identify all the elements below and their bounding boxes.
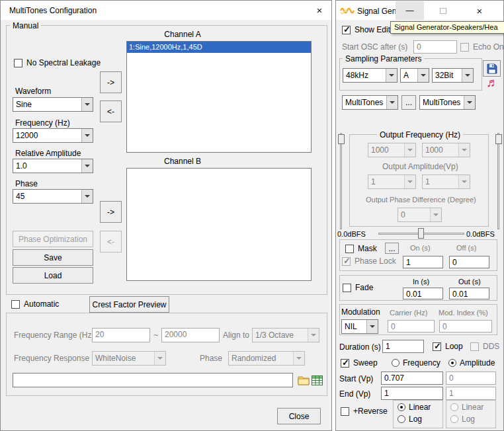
modulation-label: Modulation bbox=[341, 308, 380, 317]
slider-thumb[interactable] bbox=[495, 134, 502, 144]
channel-a-label: Channel A bbox=[126, 30, 239, 39]
mask-checkbox[interactable]: Mask bbox=[345, 244, 377, 253]
channel-a-listbox[interactable]: 1:Sine,12000Hz,1,45D bbox=[126, 41, 312, 153]
chevron-down-icon[interactable] bbox=[81, 98, 93, 111]
reverse-checkbox[interactable]: +Reverse bbox=[341, 407, 388, 416]
multitones-titlebar[interactable]: MultiTones Configuration × bbox=[1, 1, 331, 20]
close-button[interactable]: Close bbox=[277, 408, 321, 424]
save-button[interactable]: Save bbox=[13, 249, 93, 266]
slider-thumb[interactable] bbox=[338, 134, 345, 144]
chevron-down-icon[interactable] bbox=[81, 129, 93, 142]
wave-type-value: MultiTones bbox=[343, 96, 386, 109]
loop-label: Loop bbox=[445, 342, 463, 351]
grid-icon bbox=[312, 375, 323, 385]
duration-input[interactable]: 1 bbox=[382, 340, 424, 353]
output-frequency-a-value: 1000 bbox=[368, 143, 404, 157]
frequency-select[interactable]: 12000 bbox=[13, 128, 93, 143]
show-editor-checkbox[interactable]: Show Editor bbox=[342, 25, 398, 34]
save-settings-button[interactable] bbox=[483, 60, 501, 77]
sweep-frequency-radio[interactable]: Frequency bbox=[392, 358, 441, 368]
output-phase-difference-select: 0 bbox=[398, 208, 442, 222]
app-waveform-icon bbox=[340, 6, 355, 15]
wave-type-b-select[interactable]: MultiTones bbox=[419, 95, 476, 110]
remove-from-channel-a-button[interactable]: <- bbox=[100, 100, 122, 122]
phase-select[interactable]: 45 bbox=[13, 189, 93, 204]
radio-circle bbox=[450, 403, 458, 411]
grid-preview-button[interactable] bbox=[310, 373, 324, 387]
mask-on-input[interactable]: 1 bbox=[403, 256, 443, 268]
music-note-icon[interactable]: ♬ bbox=[486, 76, 499, 90]
waveform-label: Waveform bbox=[15, 87, 51, 96]
phase-lock-label: Phase Lock bbox=[355, 256, 396, 266]
chevron-down-icon[interactable] bbox=[386, 69, 397, 82]
frequency-range-max-input: 20000 bbox=[161, 328, 220, 342]
output-phase-difference-label: Output Phase Difference (Degree) bbox=[366, 196, 476, 204]
phase-lock-checkbox: Phase Lock bbox=[342, 256, 396, 266]
crest-factor-preview-button[interactable]: Crest Factor Preview bbox=[89, 296, 169, 313]
wave-config-button[interactable]: ... bbox=[401, 95, 416, 110]
close-icon[interactable]: × bbox=[464, 1, 495, 20]
fade-in-input[interactable]: 0.01 bbox=[403, 288, 443, 299]
maximize-button[interactable] bbox=[429, 1, 457, 20]
sample-rate-value: 48kHz bbox=[343, 69, 386, 82]
channel-a-item[interactable]: 1:Sine,12000Hz,1,45D bbox=[127, 42, 311, 53]
fade-out-input[interactable]: 0.01 bbox=[449, 288, 489, 299]
sweep-checkbox[interactable]: Sweep bbox=[341, 358, 378, 368]
sweep-start-input[interactable]: 0.707 bbox=[381, 372, 443, 385]
chevron-down-icon bbox=[430, 208, 441, 221]
log-radio[interactable]: Log bbox=[398, 414, 422, 424]
relative-amplitude-select[interactable]: 1.0 bbox=[13, 159, 93, 173]
frequency-response-label: Frequency Response bbox=[14, 354, 89, 363]
wave-type-select[interactable]: MultiTones bbox=[342, 95, 398, 110]
mask-on-label: On (s) bbox=[410, 244, 431, 252]
modulation-type-select[interactable]: NIL bbox=[341, 319, 378, 334]
minimize-button[interactable]: — bbox=[396, 1, 424, 20]
auto-phase-label: Phase bbox=[200, 354, 222, 363]
align-to-label: Align to bbox=[223, 331, 249, 340]
chevron-down-icon[interactable] bbox=[81, 159, 93, 173]
chevron-down-icon[interactable] bbox=[386, 96, 398, 109]
channel-select[interactable]: A bbox=[400, 68, 429, 83]
chevron-down-icon[interactable] bbox=[464, 96, 475, 109]
output-amplitude-a-value: 1 bbox=[368, 175, 404, 188]
open-file-button[interactable] bbox=[296, 373, 310, 387]
output-amplitude-b-value: 1 bbox=[423, 175, 458, 188]
waveform-value: Sine bbox=[13, 98, 81, 111]
loop-checkbox[interactable]: Loop bbox=[433, 342, 463, 351]
fade-checkbox[interactable]: Fade bbox=[343, 283, 373, 292]
chevron-down-icon[interactable] bbox=[462, 69, 473, 82]
bit-depth-value: 32Bit bbox=[433, 69, 462, 82]
chevron-down-icon[interactable] bbox=[417, 69, 429, 82]
file-path-display bbox=[13, 373, 293, 387]
maximize-icon bbox=[440, 8, 446, 14]
linear-radio[interactable]: Linear bbox=[398, 403, 431, 412]
sweep-label: Sweep bbox=[353, 358, 378, 368]
balance-slider[interactable] bbox=[378, 228, 464, 239]
load-button[interactable]: Load bbox=[13, 267, 93, 284]
channel-b-listbox[interactable] bbox=[126, 168, 312, 281]
mask-off-input[interactable]: 0 bbox=[449, 256, 489, 268]
mask-config-button[interactable]: ... bbox=[385, 243, 399, 254]
left-output-level-slider[interactable] bbox=[338, 133, 345, 229]
chevron-down-icon[interactable] bbox=[81, 190, 93, 203]
signal-generator-titlebar[interactable]: Signal Gener... — × bbox=[336, 1, 503, 20]
frequency-value: 12000 bbox=[13, 129, 81, 142]
bit-depth-select[interactable]: 32Bit bbox=[432, 68, 474, 83]
chevron-down-icon[interactable] bbox=[366, 320, 378, 333]
sweep-amplitude-radio[interactable]: Amplitude bbox=[448, 358, 495, 368]
floppy-disk-icon bbox=[487, 63, 497, 74]
add-to-channel-a-button[interactable]: -> bbox=[100, 71, 122, 93]
close-icon[interactable]: × bbox=[309, 1, 330, 20]
checkbox-box bbox=[342, 26, 351, 34]
right-output-level-slider[interactable] bbox=[495, 133, 503, 229]
no-spectral-leakage-checkbox[interactable]: No Spectral Leakage bbox=[14, 58, 101, 67]
sweep-end-input[interactable]: 1 bbox=[381, 387, 443, 400]
channel-value: A bbox=[401, 69, 417, 82]
add-to-channel-b-button[interactable]: -> bbox=[100, 201, 122, 223]
sample-rate-select[interactable]: 48kHz bbox=[343, 68, 398, 83]
waveform-select[interactable]: Sine bbox=[13, 97, 93, 112]
modulation-type-value: NIL bbox=[342, 320, 366, 333]
automatic-checkbox[interactable]: Automatic bbox=[11, 299, 59, 309]
slider-thumb[interactable] bbox=[418, 228, 424, 239]
output-phase-difference-value: 0 bbox=[398, 208, 430, 221]
